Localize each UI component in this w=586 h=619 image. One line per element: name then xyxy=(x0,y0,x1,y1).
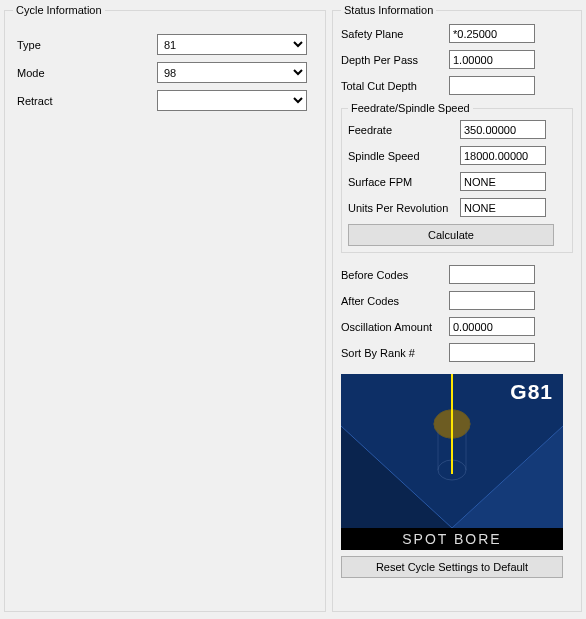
status-information-legend: Status Information xyxy=(341,4,436,16)
feedrate-spindle-legend: Feedrate/Spindle Speed xyxy=(348,102,473,114)
after-codes-label: After Codes xyxy=(341,295,449,307)
cycle-preview-image: G81 SPOT BORE xyxy=(341,374,563,550)
depth-per-pass-field[interactable] xyxy=(449,50,535,69)
before-codes-field[interactable] xyxy=(449,265,535,284)
oscillation-field[interactable] xyxy=(449,317,535,336)
mode-select[interactable]: 98 xyxy=(157,62,307,83)
preview-caption: SPOT BORE xyxy=(341,528,563,550)
type-label: Type xyxy=(13,39,157,51)
retract-select[interactable] xyxy=(157,90,307,111)
spindle-speed-label: Spindle Speed xyxy=(348,150,460,162)
feedrate-spindle-group: Feedrate/Spindle Speed Feedrate Spindle … xyxy=(341,102,573,253)
depth-per-pass-label: Depth Per Pass xyxy=(341,54,449,66)
cycle-information-group: Cycle Information Type 81 Mode 98 Retrac… xyxy=(4,4,326,612)
before-codes-label: Before Codes xyxy=(341,269,449,281)
safety-plane-label: Safety Plane xyxy=(341,28,449,40)
cycle-information-legend: Cycle Information xyxy=(13,4,105,16)
type-select[interactable]: 81 xyxy=(157,34,307,55)
feedrate-label: Feedrate xyxy=(348,124,460,136)
preview-badge: G81 xyxy=(510,380,553,404)
retract-label: Retract xyxy=(13,95,157,107)
after-codes-field[interactable] xyxy=(449,291,535,310)
oscillation-label: Oscillation Amount xyxy=(341,321,449,333)
total-cut-depth-field[interactable] xyxy=(449,76,535,95)
total-cut-depth-label: Total Cut Depth xyxy=(341,80,449,92)
safety-plane-field[interactable] xyxy=(449,24,535,43)
status-information-group: Status Information Safety Plane Depth Pe… xyxy=(332,4,582,612)
units-per-rev-field[interactable] xyxy=(460,198,546,217)
calculate-button[interactable]: Calculate xyxy=(348,224,554,246)
mode-label: Mode xyxy=(13,67,157,79)
units-per-rev-label: Units Per Revolution xyxy=(348,202,460,214)
sort-rank-field[interactable] xyxy=(449,343,535,362)
feedrate-field[interactable] xyxy=(460,120,546,139)
spindle-speed-field[interactable] xyxy=(460,146,546,165)
surface-fpm-label: Surface FPM xyxy=(348,176,460,188)
reset-button[interactable]: Reset Cycle Settings to Default xyxy=(341,556,563,578)
surface-fpm-field[interactable] xyxy=(460,172,546,191)
sort-rank-label: Sort By Rank # xyxy=(341,347,449,359)
